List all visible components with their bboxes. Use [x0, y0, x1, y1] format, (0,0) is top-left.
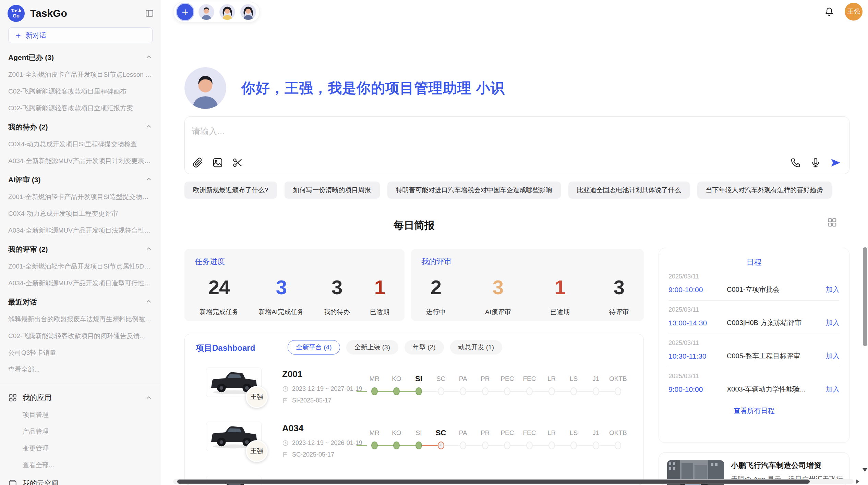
- schedule-event: 2025/03/119:00-10:00X003-车辆动力学性能验...加入: [668, 367, 840, 400]
- milestone-label: J1: [592, 374, 599, 384]
- view-all-link[interactable]: 查看全部...: [8, 365, 153, 374]
- horizontal-scrollbar-thumb[interactable]: [177, 480, 810, 484]
- notification-bell-icon[interactable]: [824, 7, 834, 17]
- project-row[interactable]: 王强A0342023-12-19 ~ 2026-01-19SC-2025-05-…: [185, 420, 644, 474]
- section-title: 我的待办 (2): [8, 122, 145, 132]
- stat-item: 1已逾期: [550, 276, 570, 316]
- view-all-schedule-link[interactable]: 查看所有日程: [668, 406, 840, 415]
- sidebar-section-header[interactable]: 最近对话: [8, 297, 153, 307]
- stat-item: 2进行中: [426, 276, 446, 316]
- sidebar-item[interactable]: 公司Q3轻卡销量: [8, 348, 153, 357]
- sidebar-item[interactable]: A034-全新新能源MUV产品开发项目法规符合性评审: [8, 226, 153, 235]
- clock-icon: [282, 440, 289, 446]
- sidebar-section-header[interactable]: Agent已办 (3): [8, 53, 153, 62]
- apps-view-all[interactable]: 查看全部...: [8, 461, 153, 470]
- avatar[interactable]: [198, 4, 214, 20]
- task-progress-card: 任务进度 24新增完成任务3新增AI完成任务3我的待办1已逾期: [184, 249, 405, 321]
- stat-item: 1已逾期: [370, 276, 389, 316]
- sidebar-section-header[interactable]: 我的评审 (2): [8, 245, 153, 254]
- suggestion-chip[interactable]: 如何写一份清晰的项目周报: [285, 182, 380, 199]
- dashboard-tab[interactable]: 全新上装 (3): [346, 340, 399, 355]
- stat-label: 已逾期: [550, 308, 570, 316]
- sidebar-item[interactable]: Z001-全新燃油皮卡产品开发项目SI节点Lesson Learn报告: [8, 70, 153, 79]
- project-name[interactable]: A034: [282, 423, 303, 434]
- sidebar-item[interactable]: Z001-全新燃油轻卡产品开发项目SI节点属性5D文件评审: [8, 262, 153, 271]
- chat-input[interactable]: [192, 122, 672, 141]
- user-avatar[interactable]: 王强: [845, 3, 863, 21]
- sidebar-section-header[interactable]: AI评审 (3): [8, 175, 153, 185]
- project-name[interactable]: Z001: [282, 369, 302, 380]
- stat-value: 1: [374, 276, 385, 299]
- sidebar-item[interactable]: 解释最新出台的欧盟报废车法规再生塑料比例被调至15%...: [8, 315, 153, 324]
- scroll-down-arrow-icon[interactable]: [863, 468, 867, 472]
- suggestion-chip[interactable]: 当下年轻人对汽车外观有怎样的喜好趋势: [697, 182, 832, 199]
- milestone-dot: [570, 442, 577, 449]
- horizontal-scrollbar[interactable]: [173, 479, 854, 484]
- event-main: 10:30-11:30C005-整车工程目标评审加入: [668, 351, 840, 361]
- milestone-dot: [415, 442, 422, 449]
- sidebar-item[interactable]: Z001-全新燃油轻卡产品开发项目SI造型提交物评审: [8, 192, 153, 201]
- layout-grid-icon[interactable]: [827, 217, 837, 227]
- scissors-icon[interactable]: [232, 157, 243, 168]
- project-row[interactable]: 王强Z0012023-12-19 ~ 2027-01-19SI-2025-05-…: [185, 365, 644, 420]
- milestone-dot: [438, 442, 444, 449]
- dashboard-tab[interactable]: 年型 (2): [405, 340, 444, 355]
- cloud-space-label: 我的云空间: [23, 478, 153, 485]
- app-shortcut-item[interactable]: 产品管理: [8, 427, 153, 436]
- suggestion-chip[interactable]: 特朗普可能对进口汽车增税会对中国车企造成哪些影响: [387, 182, 561, 199]
- greeting: 你好，王强，我是你的项目管理助理 小识: [184, 67, 505, 109]
- sidebar-item[interactable]: A034-全新新能源MUV产品开发项目计划变更表编写: [8, 157, 153, 165]
- milestone-label: SI: [416, 428, 422, 438]
- sidebar-item[interactable]: A034-全新新能源MUV产品开发项目造型可行性评审: [8, 279, 153, 288]
- add-conversation-button[interactable]: ＋: [177, 4, 193, 20]
- project-dashboard-card: 项目Dashboard 全新平台 (4)全新上装 (3)年型 (2)动总开发 (…: [184, 334, 644, 485]
- milestone-dot: [593, 387, 599, 395]
- sidebar-item[interactable]: C02-飞腾新能源轻客改款项目里程碑画布: [8, 87, 153, 96]
- avatar[interactable]: [240, 4, 256, 20]
- assistant-avatar: [184, 67, 226, 109]
- sidebar-item[interactable]: C0X4-动力总成开发项目SI里程碑提交物检查: [8, 140, 153, 149]
- sidebar-item-my-apps[interactable]: 我的应用: [8, 393, 153, 402]
- schedule-event: 2025/03/1113:00-14:30C003|H0B-方案冻结评审加入: [668, 301, 840, 334]
- join-link[interactable]: 加入: [826, 351, 840, 361]
- suggestion-chip[interactable]: 比亚迪全固态电池计划具体说了什么: [568, 182, 690, 199]
- phone-call-icon[interactable]: [790, 157, 801, 168]
- app-shortcut-item[interactable]: 项目管理: [8, 410, 153, 419]
- composer-right-icons: [790, 157, 841, 168]
- join-link[interactable]: 加入: [826, 285, 840, 294]
- milestone-dot: [504, 442, 510, 449]
- vertical-scrollbar-thumb[interactable]: [863, 247, 867, 346]
- date-range-text: 2023-12-19 ~ 2026-01-19: [292, 439, 362, 447]
- sidebar-section-header[interactable]: 我的待办 (2): [8, 122, 153, 132]
- sidebar-item-cloud-space[interactable]: 我的云空间: [8, 478, 153, 485]
- stat-value: 3: [614, 276, 624, 299]
- milestone-dot: [526, 442, 533, 449]
- milestone-dot: [570, 387, 577, 395]
- sidebar-item[interactable]: C0X4-动力总成开发项目工程变更评审: [8, 209, 153, 218]
- suggestion-chip[interactable]: 欧洲新规最近颁布了什么?: [184, 182, 277, 199]
- event-title: X003-车辆动力学性能验...: [727, 385, 821, 394]
- project-owner-avatar: 王强: [246, 386, 268, 408]
- avatar[interactable]: [219, 4, 235, 20]
- image-icon[interactable]: [212, 157, 223, 168]
- milestone-dot: [615, 387, 621, 395]
- app-shortcut-item[interactable]: 变更管理: [8, 444, 153, 453]
- sidebar-item[interactable]: C02-飞腾新能源轻客改款项目的闭环通告反馈情况: [8, 332, 153, 340]
- dashboard-tab[interactable]: 动总开发 (1): [450, 340, 503, 355]
- dashboard-tab[interactable]: 全新平台 (4): [288, 340, 340, 355]
- stat-label: 已逾期: [370, 308, 389, 316]
- event-title: C001-立项审批会: [727, 285, 821, 294]
- collapse-sidebar-icon[interactable]: [145, 9, 154, 18]
- attachment-icon[interactable]: [192, 157, 203, 168]
- new-chat-button[interactable]: ＋ 新对话: [8, 27, 153, 43]
- milestone-label: FEC: [523, 374, 536, 384]
- send-icon[interactable]: [830, 157, 841, 168]
- sidebar-item[interactable]: C02-飞腾新能源轻客改款项目立项汇报方案: [8, 104, 153, 113]
- join-link[interactable]: 加入: [826, 318, 840, 327]
- milestone-dot: [415, 387, 422, 395]
- join-link[interactable]: 加入: [826, 385, 840, 394]
- stat-label: 新增AI完成任务: [258, 308, 304, 316]
- microphone-icon[interactable]: [810, 157, 821, 168]
- stat-item: 3新增AI完成任务: [258, 276, 304, 316]
- scroll-right-arrow-icon[interactable]: [856, 480, 859, 484]
